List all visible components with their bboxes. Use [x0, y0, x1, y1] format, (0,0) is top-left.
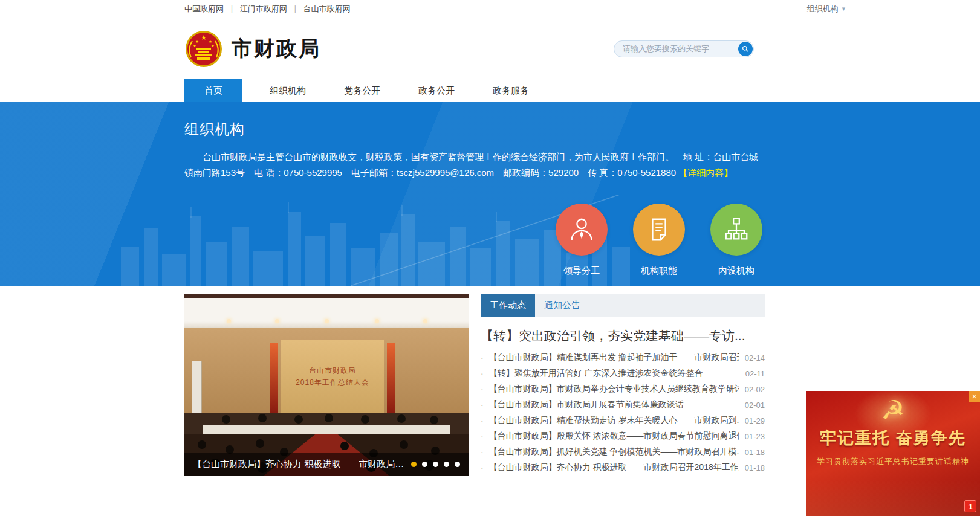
- photo-ceiling: [184, 294, 469, 328]
- svg-text:★: ★: [211, 44, 214, 48]
- photo-table: [203, 425, 450, 434]
- tab-party-affairs[interactable]: 党务公开: [333, 79, 391, 102]
- news-item-title: 【转】聚焦放开用活管好 广东深入推进涉农资金统筹整合: [489, 368, 739, 379]
- banner-heading: 组织机构: [184, 102, 765, 139]
- news-item-date: 01-18: [745, 448, 765, 457]
- news-item-title: 【台山市财政局】精准谋划再出发 撸起袖子加油干——市财政局召开...: [489, 352, 739, 363]
- tab-gov-services[interactable]: 政务服务: [482, 79, 540, 102]
- svg-text:★: ★: [201, 34, 207, 41]
- main-navigation: 首页 组织机构 党务公开 政务公开 政务服务: [0, 79, 980, 102]
- news-item[interactable]: · 【台山市财政局】精准谋划再出发 撸起袖子加油干——市财政局召开... 02-…: [481, 350, 765, 366]
- search-input[interactable]: [614, 40, 754, 57]
- popup-banner[interactable]: × ☭ 牢记重托 奋勇争先 学习贯彻落实习近平总书记重要讲话精神 1: [806, 391, 980, 516]
- carousel-dot[interactable]: [411, 462, 417, 467]
- carousel-caption: 【台山市财政局】齐心协力 积极进取——市财政局召...: [193, 459, 405, 470]
- carousel[interactable]: 台山市财政局 2018年工作总结大会 【台山市财政局】齐心协力 积极进取——市财…: [184, 294, 469, 476]
- quick-link-leadership[interactable]: 领导分工: [556, 204, 608, 277]
- link-china-gov[interactable]: 中国政府网: [184, 4, 224, 15]
- popup-subtitle: 学习贯彻落实习近平总书记重要讲话精神: [806, 456, 980, 467]
- search-button[interactable]: [738, 42, 753, 56]
- bullet: ·: [481, 431, 484, 441]
- news-item-title: 【台山市财政局】市财政局举办会计专业技术人员继续教育教学研讨...: [489, 384, 739, 395]
- photo-screen-line1: 台山市财政局: [309, 364, 356, 376]
- news-headline[interactable]: 【转】突出政治引领，夯实党建基础——专访...: [481, 327, 765, 344]
- carousel-dot[interactable]: [422, 462, 427, 467]
- carousel-dot[interactable]: [433, 462, 438, 467]
- link-jiangmen-gov[interactable]: 江门市政府网: [240, 4, 287, 15]
- close-icon[interactable]: ×: [969, 391, 980, 402]
- carousel-dot[interactable]: [455, 462, 460, 467]
- news-item[interactable]: · 【台山市财政局】市财政局开展春节前集体廉政谈话 02-01: [481, 397, 765, 413]
- quick-link-functions[interactable]: 机构职能: [633, 204, 685, 277]
- party-emblem-icon: ☭: [806, 395, 980, 426]
- main-content: 台山市财政局 2018年工作总结大会 【台山市财政局】齐心协力 积极进取——市财…: [184, 286, 765, 476]
- news-item-date: 02-02: [745, 385, 765, 394]
- national-emblem-logo: ★ ★ ★ ★ ★: [184, 30, 223, 68]
- news-item-title: 【台山市财政局】市财政局开展春节前集体廉政谈话: [489, 399, 739, 410]
- carousel-caption-bar: 【台山市财政局】齐心协力 积极进取——市财政局召...: [184, 453, 469, 476]
- photo-ac-unit: [192, 361, 202, 414]
- svg-text:★: ★: [193, 44, 196, 48]
- quick-link-label: 机构职能: [641, 265, 677, 277]
- news-item-date: 02-01: [745, 401, 765, 410]
- bullet: ·: [481, 463, 484, 472]
- news-item-date: 01-29: [745, 416, 765, 425]
- quick-links: 领导分工 机构职能: [556, 204, 762, 277]
- news-item[interactable]: · 【台山市财政局】市财政局举办会计专业技术人员继续教育教学研讨... 02-0…: [481, 381, 765, 397]
- document-icon: [633, 204, 685, 256]
- news-item-date: 02-11: [745, 369, 765, 378]
- site-title: 市财政局: [232, 35, 321, 63]
- news-item-title: 【台山市财政局】精准帮扶勤走访 岁末年关暖人心——市财政局到...: [489, 415, 739, 426]
- svg-text:★: ★: [209, 40, 212, 44]
- person-icon: [556, 204, 608, 256]
- orgchart-icon: [710, 204, 762, 256]
- news-item-date: 01-23: [745, 432, 765, 441]
- photo-red-strip: [387, 343, 395, 413]
- organization-banner: 组织机构 台山市财政局是主管台山市的财政收支，财税政策，国有资产监督管理工作的综…: [0, 102, 980, 286]
- news-item[interactable]: · 【转】聚焦放开用活管好 广东深入推进涉农资金统筹整合 02-11: [481, 366, 765, 381]
- news-item-title: 【台山市财政局】齐心协力 积极进取——市财政局召开2018年工作总...: [489, 462, 739, 473]
- link-taishan-gov[interactable]: 台山市政府网: [303, 4, 350, 15]
- news-tabs: 工作动态 通知公告: [481, 294, 765, 317]
- topbar-org-menu-label: 组织机构: [806, 4, 838, 15]
- photo-projection-screen: 台山市财政局 2018年工作总结大会: [281, 340, 384, 413]
- news-panel: 工作动态 通知公告 【转】突出政治引领，夯实党建基础——专访... · 【台山市…: [481, 294, 765, 476]
- topbar-org-menu[interactable]: 组织机构 ▾: [806, 4, 845, 15]
- news-item-date: 01-18: [745, 463, 765, 472]
- photo-red-strip: [270, 343, 278, 413]
- news-item[interactable]: · 【台山市财政局】精准帮扶勤走访 岁末年关暖人心——市财政局到... 01-2…: [481, 413, 765, 428]
- bullet: ·: [481, 384, 484, 394]
- quick-link-label: 内设机构: [718, 265, 754, 277]
- popup-title: 牢记重托 奋勇争先: [806, 427, 980, 449]
- bullet: ·: [481, 447, 484, 457]
- news-list: · 【台山市财政局】精准谋划再出发 撸起袖子加油干——市财政局召开... 02-…: [481, 350, 765, 476]
- news-item[interactable]: · 【台山市财政局】殷殷关怀 浓浓敬意——市财政局春节前慰问离退休... 01-…: [481, 428, 765, 444]
- quick-link-internal-depts[interactable]: 内设机构: [710, 204, 762, 277]
- tab-work-news[interactable]: 工作动态: [481, 294, 535, 317]
- quick-link-label: 领导分工: [563, 265, 600, 277]
- banner-intro-text: 台山市财政局是主管台山市的财政收支，财税政策，国有资产监督管理工作的综合经济部门…: [184, 152, 758, 178]
- tab-notices[interactable]: 通知公告: [535, 294, 589, 317]
- bullet: ·: [481, 416, 484, 425]
- search-icon: [741, 45, 750, 53]
- search-box: [614, 40, 754, 57]
- link-separator: ｜: [291, 4, 299, 15]
- tab-gov-affairs[interactable]: 政务公开: [407, 79, 466, 102]
- chevron-down-icon: ▾: [842, 5, 845, 13]
- bullet: ·: [481, 369, 484, 378]
- tab-organization[interactable]: 组织机构: [259, 79, 317, 102]
- bullet: ·: [481, 400, 484, 410]
- news-item[interactable]: · 【台山市财政局】抓好机关党建 争创模范机关——市财政局召开模... 01-1…: [481, 444, 765, 460]
- news-item-title: 【台山市财政局】抓好机关党建 争创模范机关——市财政局召开模...: [489, 447, 739, 457]
- carousel-dot[interactable]: [444, 462, 449, 467]
- svg-text:★: ★: [195, 40, 198, 44]
- news-item-title: 【台山市财政局】殷殷关怀 浓浓敬意——市财政局春节前慰问离退休...: [489, 431, 739, 442]
- tab-home[interactable]: 首页: [184, 79, 242, 102]
- news-item[interactable]: · 【台山市财政局】齐心协力 积极进取——市财政局召开2018年工作总... 0…: [481, 460, 765, 476]
- detail-link[interactable]: 【详细内容】: [678, 167, 733, 178]
- news-item-date: 02-14: [745, 353, 765, 363]
- carousel-dots: [411, 462, 460, 467]
- photo-screen-line2: 2018年工作总结大会: [296, 376, 369, 389]
- link-separator: ｜: [228, 4, 236, 15]
- banner-intro: 台山市财政局是主管台山市的财政收支，财税政策，国有资产监督管理工作的综合经济部门…: [184, 149, 764, 181]
